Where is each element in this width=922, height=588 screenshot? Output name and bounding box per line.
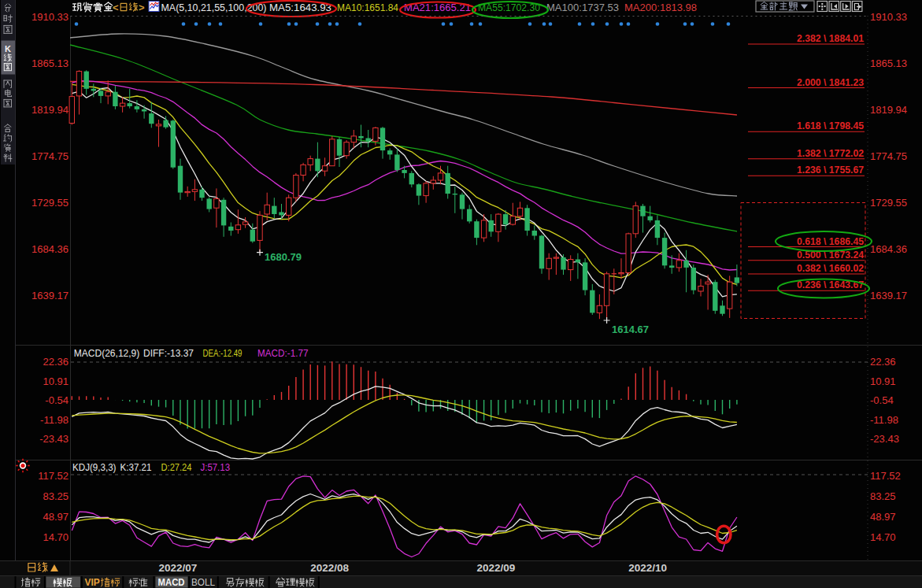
svg-text:0.618 \ 1686.45: 0.618 \ 1686.45 — [797, 236, 864, 247]
svg-text:48.97: 48.97 — [870, 511, 896, 523]
svg-text:K:37.21: K:37.21 — [120, 461, 152, 473]
svg-text:1639.17: 1639.17 — [31, 290, 69, 301]
svg-text:1865.13: 1865.13 — [870, 57, 907, 69]
svg-text:-23.43: -23.43 — [870, 433, 899, 445]
svg-text:2022/10: 2022/10 — [628, 562, 667, 574]
svg-text:-23.43: -23.43 — [39, 433, 69, 445]
svg-text:1774.75: 1774.75 — [870, 150, 907, 162]
svg-text:0.382 \ 1660.02: 0.382 \ 1660.02 — [797, 263, 864, 274]
svg-text:1910.33: 1910.33 — [870, 11, 907, 23]
svg-text:117.52: 117.52 — [38, 470, 69, 482]
svg-text:83.25: 83.25 — [870, 490, 896, 502]
svg-text:14.70: 14.70 — [870, 531, 896, 543]
svg-text:1639.17: 1639.17 — [870, 290, 907, 301]
svg-text:MA200:1813.98: MA200:1813.98 — [624, 2, 697, 13]
svg-text:1.618 \ 1798.45: 1.618 \ 1798.45 — [797, 120, 864, 131]
svg-text:1729.55: 1729.55 — [870, 197, 907, 209]
svg-text:1684.36: 1684.36 — [870, 243, 907, 255]
svg-text:1614.67: 1614.67 — [612, 324, 649, 335]
svg-text:BOLL: BOLL — [191, 577, 215, 588]
svg-text:1680.79: 1680.79 — [265, 251, 302, 263]
svg-text:2022/07: 2022/07 — [159, 562, 198, 574]
svg-text:1684.36: 1684.36 — [31, 243, 69, 255]
svg-text:10.91: 10.91 — [43, 375, 69, 387]
svg-text:1729.55: 1729.55 — [31, 197, 69, 209]
svg-text:2022/09: 2022/09 — [476, 562, 515, 574]
svg-text:14.70: 14.70 — [43, 531, 69, 543]
svg-text:<: < — [113, 2, 119, 13]
svg-text:D:27.24: D:27.24 — [161, 461, 192, 473]
svg-text:>: > — [139, 2, 145, 13]
svg-text:2.000 \ 1841.23: 2.000 \ 1841.23 — [797, 77, 864, 88]
svg-text:10.91: 10.91 — [870, 375, 896, 387]
svg-text:22.36: 22.36 — [870, 356, 896, 368]
svg-text:-0.54: -0.54 — [45, 394, 69, 406]
svg-text:2.382 \ 1884.01: 2.382 \ 1884.01 — [797, 33, 864, 44]
svg-text:1865.13: 1865.13 — [31, 57, 69, 69]
svg-text:1.236 \ 1755.67: 1.236 \ 1755.67 — [797, 165, 864, 176]
svg-text:MACD: MACD — [158, 577, 185, 588]
svg-text:117.52: 117.52 — [870, 470, 901, 482]
svg-text:-11.98: -11.98 — [40, 414, 69, 426]
svg-text:1819.94: 1819.94 — [870, 104, 907, 116]
svg-text:83.25: 83.25 — [43, 490, 69, 502]
svg-text:-0.54: -0.54 — [870, 394, 894, 406]
svg-text:MACD:-1.77: MACD:-1.77 — [257, 347, 309, 359]
svg-text:1910.33: 1910.33 — [31, 11, 69, 23]
svg-text:2022/08: 2022/08 — [310, 562, 349, 574]
svg-text:1.382 \ 1772.02: 1.382 \ 1772.02 — [797, 148, 864, 159]
svg-text:22.36: 22.36 — [43, 356, 69, 368]
svg-text:48.97: 48.97 — [43, 511, 69, 523]
svg-text:DIFF:-13.37: DIFF:-13.37 — [143, 347, 194, 359]
svg-text:K: K — [5, 44, 11, 54]
svg-text:1774.75: 1774.75 — [31, 150, 69, 162]
svg-text:DEA:-12.49: DEA:-12.49 — [203, 347, 243, 359]
svg-text:VIP: VIP — [85, 577, 100, 588]
svg-text:-11.98: -11.98 — [870, 414, 898, 426]
svg-text:MACD(26,12,9): MACD(26,12,9) — [74, 347, 140, 359]
svg-text:J:57.13: J:57.13 — [201, 461, 231, 473]
svg-text:1819.94: 1819.94 — [31, 104, 69, 116]
svg-text:MA100:1737.53: MA100:1737.53 — [546, 2, 619, 13]
svg-text:MA10:1651.84: MA10:1651.84 — [337, 2, 398, 13]
svg-text:KDJ(9,3,3): KDJ(9,3,3) — [72, 461, 117, 473]
